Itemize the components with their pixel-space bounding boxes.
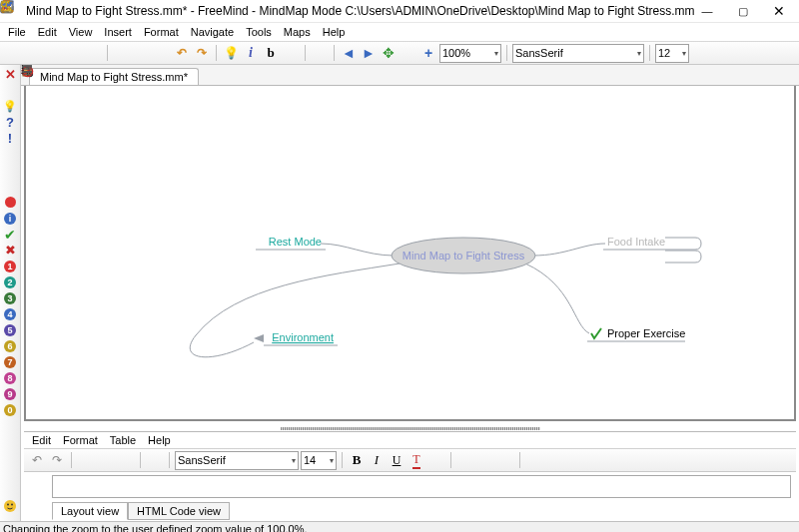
align-right-icon[interactable] <box>496 451 514 469</box>
editor-fontsize-combo[interactable]: 14▾ <box>301 451 337 470</box>
important-icon[interactable]: ! <box>3 131 18 146</box>
bold-icon[interactable]: b <box>262 44 280 62</box>
list-ordered-icon[interactable]: 12 <box>525 451 543 469</box>
tab-layout-view[interactable]: Layout view <box>52 502 128 520</box>
editor-menu-help[interactable]: Help <box>142 433 177 447</box>
help-icon[interactable]: ? <box>3 115 18 130</box>
editor-font-combo[interactable]: SansSerif▾ <box>175 451 299 470</box>
ok-icon[interactable]: ✔ <box>3 227 18 242</box>
editor-italic-icon[interactable]: I <box>368 451 386 469</box>
redo-icon[interactable]: ↷ <box>193 44 211 62</box>
flag-yellow-icon[interactable] <box>3 434 18 449</box>
flag-red-icon[interactable] <box>3 418 18 433</box>
svg-point-19 <box>7 503 9 505</box>
forward-icon[interactable] <box>3 179 18 194</box>
nav-back-icon[interactable]: ◄ <box>340 44 358 62</box>
key-icon[interactable] <box>3 482 18 497</box>
priority8-icon[interactable]: 8 <box>3 370 18 385</box>
saveall-icon[interactable] <box>64 44 82 62</box>
editor-clear-icon[interactable] <box>427 451 445 469</box>
priority0-icon[interactable]: 0 <box>3 402 18 417</box>
editor-menu-table[interactable]: Table <box>104 433 142 447</box>
priority9-icon[interactable]: 9 <box>3 386 18 401</box>
align-center-icon[interactable] <box>476 451 494 469</box>
priority2-icon[interactable]: 2 <box>3 274 18 289</box>
zoom-combo[interactable]: 100%▾ <box>439 44 501 63</box>
menu-insert[interactable]: Insert <box>98 24 138 40</box>
info-icon[interactable]: i <box>3 211 18 226</box>
stop-icon[interactable] <box>3 195 18 210</box>
close-button[interactable]: ✕ <box>761 0 797 22</box>
svg-point-37 <box>22 71 25 74</box>
zoom-in-icon[interactable]: + <box>419 44 437 62</box>
editor-textarea[interactable] <box>52 475 791 498</box>
priority1-icon[interactable]: 1 <box>3 259 18 273</box>
menu-maps[interactable]: Maps <box>278 24 317 40</box>
tab-html-view[interactable]: HTML Code view <box>128 502 230 520</box>
priority7-icon[interactable]: 7 <box>3 354 18 369</box>
font-combo[interactable]: SansSerif▾ <box>512 44 644 63</box>
mindmap-canvas[interactable]: Mind Map to Fight Stress Rest Mode Envir… <box>24 86 796 421</box>
editor-cut-icon[interactable] <box>77 451 95 469</box>
bulb-icon[interactable]: 💡 <box>3 99 18 114</box>
warning-icon[interactable]: ! <box>3 147 18 162</box>
zoom-out-icon[interactable] <box>400 44 417 62</box>
editor-find-icon[interactable] <box>146 451 164 469</box>
cut-icon[interactable] <box>113 44 131 62</box>
menu-tools[interactable]: Tools <box>240 24 278 40</box>
smiley-icon[interactable] <box>3 498 18 513</box>
save-icon[interactable] <box>44 44 62 62</box>
arrow-left-icon[interactable] <box>3 450 18 465</box>
nav-forward-icon[interactable]: ► <box>360 44 378 62</box>
editor-color-icon[interactable]: T <box>407 451 425 469</box>
editor-menubar: Edit Format Table Help <box>24 432 796 448</box>
idea-icon[interactable]: 💡 <box>222 44 240 62</box>
filter-icon[interactable] <box>311 44 329 62</box>
menu-file[interactable]: File <box>2 24 32 40</box>
cloud-icon[interactable] <box>282 44 300 62</box>
window-title: Mind Map to Fight Stress.mm* - FreeMind … <box>26 4 695 18</box>
editor-undo-icon[interactable]: ↶ <box>28 451 46 469</box>
maximize-button[interactable]: ▢ <box>725 0 761 22</box>
editor-paste-icon[interactable] <box>117 451 135 469</box>
back-icon[interactable] <box>3 163 18 178</box>
print-icon[interactable] <box>84 44 102 62</box>
new-icon[interactable] <box>4 44 22 62</box>
priority5-icon[interactable]: 5 <box>3 322 18 337</box>
arrow-right-icon[interactable] <box>3 466 18 481</box>
menu-navigate[interactable]: Navigate <box>185 24 240 40</box>
window-controls: — ▢ ✕ <box>689 0 797 22</box>
menu-view[interactable]: View <box>63 24 99 40</box>
editor-toolbar: ↶ ↷ SansSerif▾ 14▾ B I U T <box>24 448 796 472</box>
undo-icon[interactable]: ↶ <box>173 44 191 62</box>
copy-icon[interactable] <box>133 44 151 62</box>
minimize-button[interactable]: — <box>689 0 725 22</box>
trash-icon[interactable] <box>3 83 18 98</box>
editor-underline-icon[interactable]: U <box>388 451 405 469</box>
document-tabs: Mind Map to Fight Stress.mm* <box>21 65 799 86</box>
editor-copy-icon[interactable] <box>97 451 115 469</box>
remove-icon[interactable]: ✕ <box>3 67 18 82</box>
open-icon[interactable] <box>24 44 42 62</box>
notok-icon[interactable]: ✖ <box>3 243 18 258</box>
fontsize-combo[interactable]: 12▾ <box>655 44 689 63</box>
menu-edit[interactable]: Edit <box>32 24 63 40</box>
move-icon[interactable]: ✥ <box>380 44 398 62</box>
editor-fontsize-value: 14 <box>304 454 316 466</box>
priority6-icon[interactable]: 6 <box>3 338 18 353</box>
editor-bold-icon[interactable]: B <box>348 451 366 469</box>
editor-menu-format[interactable]: Format <box>57 433 104 447</box>
paste-icon[interactable] <box>153 44 171 62</box>
priority4-icon[interactable]: 4 <box>3 306 18 321</box>
list-unordered-icon[interactable] <box>545 451 563 469</box>
italic-icon[interactable]: i <box>242 44 260 62</box>
editor-menu-edit[interactable]: Edit <box>26 433 57 447</box>
menu-help[interactable]: Help <box>317 24 352 40</box>
align-left-icon[interactable] <box>456 451 474 469</box>
menu-format[interactable]: Format <box>138 24 185 40</box>
editor-redo-icon[interactable]: ↷ <box>48 451 66 469</box>
priority3-icon[interactable]: 3 <box>3 290 18 305</box>
document-tab[interactable]: Mind Map to Fight Stress.mm* <box>29 68 199 85</box>
node-environment: Environment <box>272 331 334 343</box>
zoom-value: 100% <box>442 47 470 59</box>
